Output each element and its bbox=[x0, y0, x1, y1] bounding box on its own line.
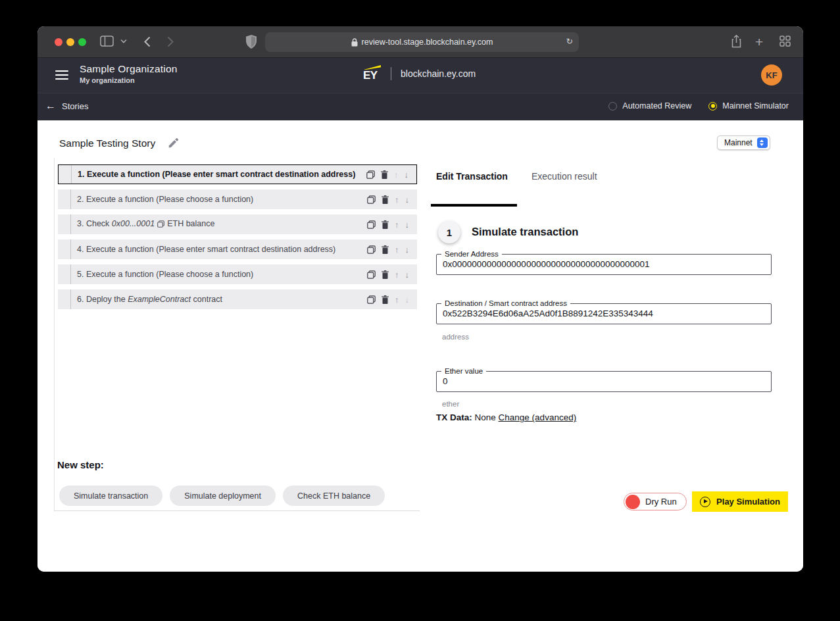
move-step-up-icon: ↑ bbox=[394, 170, 399, 180]
url-text: review-tool.stage.blockchain.ey.com bbox=[362, 37, 493, 47]
tx-data-line: TX Data: None Change (advanced) bbox=[436, 412, 576, 422]
destination-address-input[interactable] bbox=[437, 308, 759, 324]
step-label: 5. Execute a function (Please choose a f… bbox=[71, 270, 367, 279]
back-link-label: Stories bbox=[62, 101, 88, 111]
tab-execution-result[interactable]: Execution result bbox=[531, 171, 597, 182]
lock-icon bbox=[351, 38, 358, 47]
forward-icon[interactable] bbox=[167, 36, 174, 47]
destination-address-label: Destination / Smart contract address bbox=[441, 299, 570, 307]
delete-step-icon[interactable] bbox=[382, 195, 389, 204]
share-icon[interactable] bbox=[731, 35, 741, 48]
check-eth-balance-button[interactable]: Check ETH balance bbox=[283, 485, 385, 506]
url-bar[interactable]: review-tool.stage.blockchain.ey.com ↻ bbox=[265, 32, 579, 52]
back-icon[interactable] bbox=[144, 36, 151, 47]
move-step-up-icon[interactable]: ↑ bbox=[395, 270, 399, 280]
sender-address-input[interactable] bbox=[437, 259, 759, 274]
copy-step-icon[interactable] bbox=[367, 295, 376, 304]
play-simulation-label: Play Simulation bbox=[716, 497, 780, 507]
mode-switch: Automated Review Mainnet Simulator bbox=[608, 101, 789, 111]
delete-step-icon[interactable] bbox=[382, 245, 389, 254]
org-subtitle: My organization bbox=[80, 76, 135, 84]
destination-helper-text: address bbox=[442, 333, 469, 341]
page-title: Sample Testing Story bbox=[59, 137, 155, 149]
tx-data-change-link[interactable]: Change (advanced) bbox=[499, 412, 577, 422]
privacy-shield-icon[interactable] bbox=[246, 35, 257, 49]
avatar[interactable]: KF bbox=[761, 64, 782, 86]
chevron-down-icon[interactable] bbox=[120, 39, 127, 43]
drag-handle[interactable] bbox=[58, 239, 71, 259]
simulate-transaction-button[interactable]: Simulate transaction bbox=[59, 485, 162, 506]
app-header: Sample Organization My organization EY b… bbox=[37, 58, 803, 93]
step-row-4[interactable]: 4. Execute a function (Please enter smar… bbox=[58, 239, 417, 259]
tab-overview-icon[interactable] bbox=[779, 36, 791, 47]
step-row-3[interactable]: 3. Check 0x00...0001ETH balance ↑ ↓ bbox=[58, 214, 417, 234]
delete-step-icon[interactable] bbox=[382, 295, 389, 304]
ether-value-field: Ether value bbox=[436, 367, 772, 392]
radio-mainnet-simulator[interactable]: Mainnet Simulator bbox=[708, 101, 789, 111]
transaction-panel: Edit Transaction Execution result 1 Simu… bbox=[431, 120, 789, 572]
radio-unselected-icon bbox=[608, 102, 617, 111]
copy-step-icon[interactable] bbox=[367, 270, 376, 279]
browser-toolbar: review-tool.stage.blockchain.ey.com ↻ + bbox=[37, 26, 803, 58]
move-step-up-icon[interactable]: ↑ bbox=[395, 295, 399, 305]
dry-run-knob[interactable] bbox=[626, 495, 640, 509]
window-minimize-button[interactable] bbox=[66, 38, 74, 46]
drag-handle[interactable] bbox=[59, 165, 72, 184]
move-step-down-icon: ↓ bbox=[405, 295, 410, 305]
move-step-down-icon[interactable]: ↓ bbox=[405, 195, 410, 205]
move-step-down-icon[interactable]: ↓ bbox=[405, 170, 409, 180]
move-step-up-icon[interactable]: ↑ bbox=[395, 195, 399, 205]
copy-step-icon[interactable] bbox=[367, 245, 376, 254]
menu-icon[interactable] bbox=[55, 70, 68, 80]
delete-step-icon[interactable] bbox=[381, 170, 388, 179]
window-close-button[interactable] bbox=[55, 38, 62, 46]
drag-handle[interactable] bbox=[58, 264, 71, 284]
step-row-1[interactable]: 1. Execute a function (Please enter smar… bbox=[58, 164, 417, 184]
copy-step-icon[interactable] bbox=[367, 195, 376, 204]
dry-run-toggle[interactable]: Dry Run bbox=[624, 493, 687, 510]
move-step-down-icon[interactable]: ↓ bbox=[405, 270, 410, 280]
step-row-5[interactable]: 5. Execute a function (Please choose a f… bbox=[58, 264, 417, 284]
new-tab-icon[interactable]: + bbox=[755, 34, 763, 50]
copy-address-icon[interactable] bbox=[157, 220, 164, 230]
move-step-down-icon[interactable]: ↓ bbox=[405, 245, 410, 255]
ether-value-label: Ether value bbox=[441, 367, 486, 375]
radio-automated-review[interactable]: Automated Review bbox=[608, 101, 691, 111]
move-step-down-icon[interactable]: ↓ bbox=[405, 220, 410, 230]
delete-step-icon[interactable] bbox=[382, 220, 389, 229]
simulate-deployment-button[interactable]: Simulate deployment bbox=[170, 485, 276, 506]
active-tab-indicator bbox=[431, 204, 517, 207]
window-zoom-button[interactable] bbox=[78, 38, 86, 46]
tx-data-value: None bbox=[475, 412, 496, 422]
page-content: Sample Testing Story Mainnet 1. Execute … bbox=[37, 120, 803, 572]
step-label: 2. Execute a function (Please choose a f… bbox=[71, 195, 367, 204]
back-to-stories-link[interactable]: ← Stories bbox=[45, 101, 88, 111]
reload-icon[interactable]: ↻ bbox=[566, 36, 573, 46]
step-label: 1. Execute a function (Please enter smar… bbox=[72, 170, 366, 179]
copy-step-icon[interactable] bbox=[367, 220, 376, 229]
back-arrow-icon: ← bbox=[45, 101, 56, 111]
sub-nav-bar: ← Stories Automated Review Mainnet Simul… bbox=[37, 93, 803, 120]
tx-data-label: TX Data: bbox=[436, 412, 472, 422]
destination-address-field: Destination / Smart contract address bbox=[436, 299, 772, 324]
move-step-up-icon[interactable]: ↑ bbox=[395, 245, 399, 255]
brand-logo-group: EY blockchain.ey.com bbox=[362, 64, 476, 84]
tab-edit-transaction[interactable]: Edit Transaction bbox=[436, 171, 508, 182]
delete-step-icon[interactable] bbox=[382, 270, 389, 279]
ey-logo-icon: EY bbox=[362, 64, 382, 84]
sidebar-icon[interactable] bbox=[100, 36, 114, 47]
move-step-up-icon[interactable]: ↑ bbox=[395, 220, 399, 230]
edit-title-pencil-icon[interactable] bbox=[168, 138, 178, 151]
brand-domain: blockchain.ey.com bbox=[401, 68, 476, 79]
drag-handle[interactable] bbox=[58, 289, 71, 309]
step-row-6[interactable]: 6. Deploy the ExampleContract contract ↑… bbox=[58, 289, 417, 309]
copy-step-icon[interactable] bbox=[366, 170, 375, 179]
ether-value-input[interactable] bbox=[437, 376, 759, 391]
step-row-2[interactable]: 2. Execute a function (Please choose a f… bbox=[58, 189, 417, 209]
sender-address-field: Sender Address bbox=[436, 250, 772, 275]
play-simulation-button[interactable]: Play Simulation bbox=[692, 491, 788, 512]
drag-handle[interactable] bbox=[58, 214, 71, 234]
step-label: 4. Execute a function (Please enter smar… bbox=[71, 245, 367, 254]
radio-mainnet-simulator-label: Mainnet Simulator bbox=[722, 101, 789, 111]
drag-handle[interactable] bbox=[58, 189, 71, 209]
